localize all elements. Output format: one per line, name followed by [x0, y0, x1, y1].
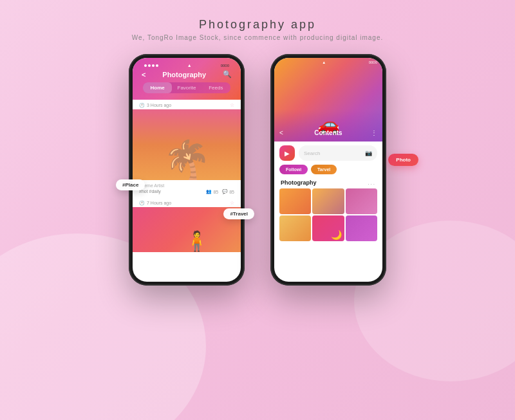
clock2-icon: 🕐	[139, 201, 145, 206]
post1-stats: 👥 85 💬 85	[206, 189, 234, 194]
phone1-tabs: Home Favorite Feeds	[143, 82, 230, 93]
phone1-status-bar: ▲ 0000	[139, 60, 234, 69]
phone1-back-icon[interactable]: <	[142, 71, 145, 78]
post2-meta: 🕐 7 Hours ago ☆	[133, 197, 241, 207]
phone1-battery: 0000	[221, 64, 229, 68]
clock-icon: 🕐	[139, 103, 145, 108]
search-input-box[interactable]: Search 📷	[299, 145, 377, 161]
followers-icon: 👥	[206, 189, 212, 194]
phone2-battery: 0000	[369, 60, 377, 64]
photo-section-more-icon[interactable]: ...	[368, 180, 376, 186]
page-header: Photography app We, TongRo Image Stock, …	[0, 0, 515, 41]
tab-feeds[interactable]: Feeds	[201, 82, 230, 93]
camera-icon[interactable]: 📷	[365, 150, 372, 156]
person-icon: 🧍	[185, 230, 209, 252]
phone1-wifi-icon: ▲	[187, 63, 192, 68]
search-placeholder: Search	[304, 151, 365, 156]
photo-cell-1	[279, 188, 311, 214]
post1-meta: 🕐 3 Hours ago ☆	[133, 100, 241, 109]
phone1-header: ▲ 0000 < Photography 🔍 Home Favorite Fee…	[133, 58, 241, 100]
photo-cell-3	[346, 188, 377, 214]
post2-star-icon[interactable]: ☆	[230, 200, 234, 206]
palm-tree-icon: 🌴	[163, 142, 211, 180]
followers-stat: 👥 85	[206, 189, 218, 194]
page-title: Photography app	[0, 18, 515, 32]
photo-grid	[274, 188, 382, 241]
floating-travel-tag: #Travel	[223, 208, 254, 219]
phones-container: ▲ 0000 < Photography 🔍 Home Favorite Fee…	[0, 48, 515, 286]
photo-section-title: Photography	[281, 179, 317, 186]
phone2-hero: 🚗 ▲ 0000 < Contents ⋮	[274, 58, 382, 142]
phone1-search-icon[interactable]: 🔍	[223, 70, 232, 78]
floating-place-tag: #Place	[116, 179, 145, 190]
photo-cell-4	[279, 215, 311, 241]
tab-favorite[interactable]: Favorite	[172, 82, 201, 93]
post2-time: 🕐 7 Hours ago	[139, 201, 171, 206]
search-row: ▶ Search 📷	[274, 142, 382, 165]
phone2-screen: 🚗 ▲ 0000 < Contents ⋮	[274, 58, 382, 282]
pill-follow[interactable]: Followi	[279, 165, 308, 174]
post1-star-icon[interactable]: ☆	[230, 102, 234, 108]
comments-stat: 💬 85	[222, 189, 234, 194]
photo-cell-6	[346, 215, 377, 241]
phone2-more-icon[interactable]: ⋮	[371, 129, 377, 136]
photo-cell-2	[312, 188, 344, 214]
pill-travel[interactable]: Tarvel	[311, 165, 337, 174]
post1-hashtags: #hot #daily	[139, 189, 161, 194]
tab-home[interactable]: Home	[143, 82, 172, 93]
pills-row: Followi Tarvel	[274, 165, 382, 178]
phone2-title: Contents	[314, 129, 342, 136]
phone2: 🚗 ▲ 0000 < Contents ⋮	[270, 54, 386, 286]
page-subtitle: We, TongRo Image Stock, since commence w…	[0, 34, 515, 41]
phone1-wrapper: ▲ 0000 < Photography 🔍 Home Favorite Fee…	[129, 54, 245, 286]
phone1-screen: ▲ 0000 < Photography 🔍 Home Favorite Fee…	[133, 58, 241, 282]
artist-label: Theme Artist	[139, 183, 234, 188]
phone2-wrapper: 🚗 ▲ 0000 < Contents ⋮	[270, 54, 386, 286]
phone2-back-icon[interactable]: <	[279, 129, 283, 136]
phone1: ▲ 0000 < Photography 🔍 Home Favorite Fee…	[129, 54, 245, 286]
post1-tags-stats: #hot #daily 👥 85 💬 85	[139, 189, 234, 194]
search-video-icon-btn[interactable]: ▶	[279, 145, 295, 161]
floating-photo-tag: Photo	[388, 154, 418, 166]
post1-time: 🕐 3 Hours ago	[139, 103, 171, 108]
comments-icon: 💬	[222, 189, 228, 194]
phone1-title: Photography	[162, 71, 206, 78]
post1-image: 🌴	[133, 109, 241, 180]
photo-section-header: Photography ...	[274, 178, 382, 188]
phone1-nav: < Photography 🔍	[139, 69, 234, 81]
photo-cell-5	[312, 215, 344, 241]
phone2-status-bar: ▲ 0000	[274, 58, 382, 67]
post1-info: Theme Artist #hot #daily 👥 85 💬 85	[133, 180, 241, 197]
